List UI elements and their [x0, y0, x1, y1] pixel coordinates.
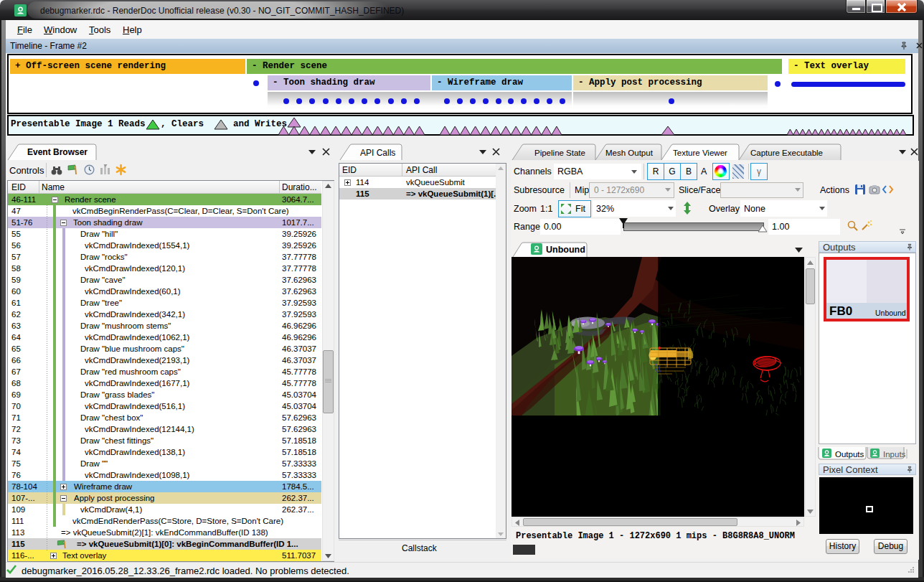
svg-text:Mesh Output: Mesh Output	[605, 149, 654, 157]
svg-text:Pipeline State: Pipeline State	[534, 149, 585, 157]
svg-text:Capture Executable: Capture Executable	[750, 149, 823, 157]
svg-text:Texture Viewer: Texture Viewer	[673, 149, 727, 157]
